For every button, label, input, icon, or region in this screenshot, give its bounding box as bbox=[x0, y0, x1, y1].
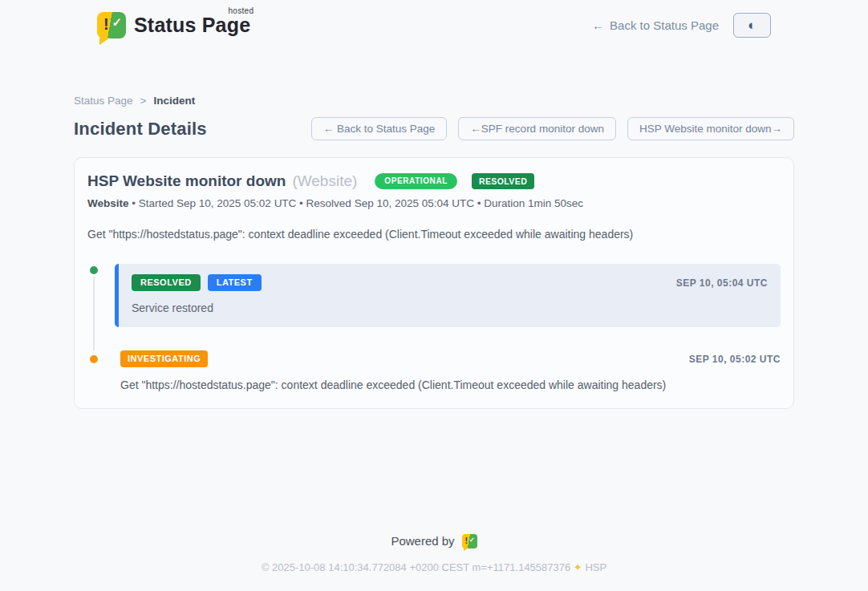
footer: Powered by ! ✓ © 2025-10-08 14:10:34.772… bbox=[0, 534, 868, 574]
left-arrow-icon: ← bbox=[592, 18, 604, 32]
back-to-status-page-link[interactable]: ← Back to Status Page bbox=[592, 18, 719, 32]
copyright-line: © 2025-10-08 14:10:34.772084 +0200 CEST … bbox=[0, 561, 868, 573]
incident-card: HSP Website monitor down (Website) OPERA… bbox=[74, 157, 794, 409]
resolved-dot-icon bbox=[87, 264, 100, 277]
incident-component: (Website) bbox=[292, 172, 357, 190]
header: ! ✓ Status Page hosted ← Back to Status … bbox=[97, 0, 771, 38]
latest-badge: LATEST bbox=[208, 274, 262, 291]
status-page-logo-icon: ! ✓ bbox=[97, 12, 126, 38]
brand[interactable]: ! ✓ Status Page hosted bbox=[97, 12, 250, 38]
investigating-dot-icon bbox=[87, 353, 100, 366]
check-icon: ✓ bbox=[112, 15, 122, 30]
meta-component-name: Website bbox=[87, 197, 129, 209]
breadcrumb-separator: > bbox=[140, 95, 147, 107]
powered-by[interactable]: Powered by ! ✓ bbox=[391, 534, 477, 548]
resolved-status-badge: RESOLVED bbox=[472, 173, 534, 190]
incident-timeline: RESOLVED LATEST SEP 10, 05:04 UTC Servic… bbox=[87, 264, 781, 391]
incident-description: Get "https://hostedstatus.page": context… bbox=[87, 228, 781, 241]
incident-title: HSP Website monitor down bbox=[87, 172, 286, 190]
timeline-entry-box: RESOLVED LATEST SEP 10, 05:04 UTC Servic… bbox=[115, 264, 781, 327]
timeline-entry-content: INVESTIGATING SEP 10, 05:02 UTC Get "htt… bbox=[115, 350, 781, 391]
breadcrumb: Status Page > Incident bbox=[74, 95, 794, 107]
timeline-entry-resolved: RESOLVED LATEST SEP 10, 05:04 UTC Servic… bbox=[87, 264, 781, 327]
breadcrumb-status-page[interactable]: Status Page bbox=[74, 95, 133, 107]
incident-meta: Website • Started Sep 10, 2025 05:02 UTC… bbox=[87, 197, 781, 209]
main-content: Status Page > Incident Incident Details … bbox=[74, 95, 794, 409]
entry-timestamp: SEP 10, 05:02 UTC bbox=[689, 354, 781, 365]
next-incident-button[interactable]: HSP Website monitor down→ bbox=[627, 117, 794, 140]
entry-timestamp: SEP 10, 05:04 UTC bbox=[676, 277, 768, 289]
entry-message: Get "https://hostedstatus.page": context… bbox=[120, 378, 781, 391]
timeline-entry-investigating: INVESTIGATING SEP 10, 05:02 UTC Get "htt… bbox=[87, 350, 781, 391]
entry-message: Service restored bbox=[132, 302, 768, 314]
breadcrumb-incident: Incident bbox=[153, 95, 195, 107]
contrast-icon: ◐ bbox=[748, 18, 756, 32]
prev-incident-button[interactable]: ←SPF record monitor down bbox=[458, 117, 616, 140]
brand-name: Status Page hosted bbox=[134, 14, 250, 37]
check-icon: ✓ bbox=[469, 536, 475, 544]
brand-hosted-label: hosted bbox=[228, 6, 254, 15]
meta-details: • Started Sep 10, 2025 05:02 UTC • Resol… bbox=[129, 197, 584, 209]
back-to-status-page-button[interactable]: ← Back to Status Page bbox=[311, 117, 448, 140]
sparkles-icon: ✦ bbox=[574, 561, 582, 573]
theme-toggle-button[interactable]: ◐ bbox=[733, 13, 771, 38]
resolved-badge: RESOLVED bbox=[132, 274, 201, 291]
status-page-logo-icon-small: ! ✓ bbox=[462, 534, 477, 548]
page-title: Incident Details bbox=[74, 119, 207, 140]
operational-badge: OPERATIONAL bbox=[375, 173, 457, 189]
incident-nav-buttons: ← Back to Status Page ←SPF record monito… bbox=[311, 117, 794, 140]
investigating-badge: INVESTIGATING bbox=[120, 350, 208, 367]
